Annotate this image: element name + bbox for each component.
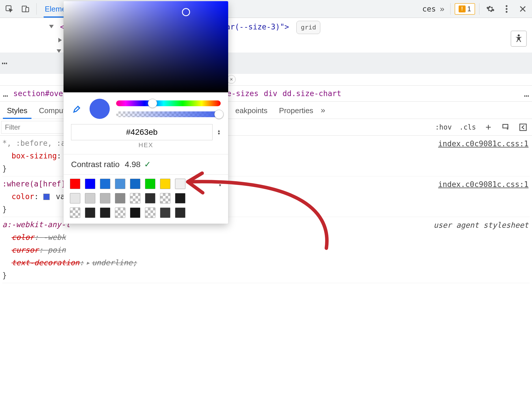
selector[interactable]: *, :before, :af bbox=[2, 139, 70, 147]
hue-slider[interactable] bbox=[116, 100, 221, 106]
svg-rect-7 bbox=[503, 124, 508, 128]
toolbar-separator bbox=[450, 3, 451, 15]
css-property[interactable]: color bbox=[2, 233, 34, 242]
check-icon: ✓ bbox=[144, 160, 151, 169]
tab-breakpoints[interactable]: eakpoints bbox=[230, 103, 273, 119]
palette-swatch[interactable] bbox=[85, 208, 95, 218]
device-toggle-icon[interactable] bbox=[18, 2, 32, 16]
palette-swatch[interactable] bbox=[175, 208, 185, 218]
palette-swatch[interactable] bbox=[160, 193, 170, 203]
palette-swatch[interactable] bbox=[115, 193, 125, 203]
palette-swatch[interactable] bbox=[70, 208, 80, 218]
svg-point-5 bbox=[506, 11, 507, 12]
toolbar-separator bbox=[479, 3, 479, 15]
source-link[interactable]: index.c0c9081c.css:1 bbox=[438, 137, 529, 150]
expand-toggle-icon[interactable] bbox=[49, 25, 54, 28]
issues-counter[interactable]: ! 1 bbox=[455, 3, 475, 15]
new-style-rule-icon[interactable]: + bbox=[483, 122, 493, 132]
tab-properties[interactable]: Properties bbox=[273, 103, 319, 119]
palette-swatch[interactable] bbox=[145, 208, 155, 218]
more-subtabs-chevron-icon[interactable]: » bbox=[319, 106, 327, 115]
panel-tab-sources-peek[interactable]: ces bbox=[422, 5, 436, 13]
palette-swatch[interactable] bbox=[100, 179, 110, 189]
eyedropper-icon[interactable] bbox=[71, 103, 83, 115]
palette-swatch[interactable] bbox=[130, 208, 140, 218]
style-rule[interactable]: user agent stylesheet a:-webkit-any-l co… bbox=[2, 218, 530, 283]
format-spinner-icon[interactable]: ▲▼ bbox=[215, 130, 221, 135]
color-format-label: HEX bbox=[64, 141, 228, 154]
css-value[interactable]: underline; bbox=[92, 258, 137, 267]
svg-rect-8 bbox=[520, 124, 527, 130]
palette-swatch[interactable] bbox=[130, 179, 140, 189]
accessibility-icon[interactable] bbox=[511, 31, 527, 47]
current-color-swatch bbox=[90, 99, 110, 119]
spectrum-cursor[interactable] bbox=[182, 8, 190, 16]
css-property[interactable]: cursor bbox=[2, 246, 39, 254]
color-picker-popover: ▲▼ HEX Contrast ratio 4.98 ✓ ▲▼ bbox=[64, 1, 228, 224]
crumb-item[interactable]: div bbox=[264, 89, 277, 98]
crumb-item[interactable]: section#ove bbox=[13, 89, 63, 98]
ellipsis-icon[interactable]: ⋯ bbox=[2, 58, 66, 69]
issues-count: 1 bbox=[467, 5, 471, 13]
toolbar-separator bbox=[36, 3, 37, 15]
expand-toggle-icon[interactable] bbox=[58, 38, 62, 42]
hov-toggle[interactable]: :hov bbox=[435, 123, 452, 131]
css-value[interactable]: poin bbox=[48, 246, 66, 254]
css-property[interactable]: box-sizing bbox=[2, 152, 57, 160]
crumb-overflow-left-icon[interactable]: … bbox=[3, 89, 8, 99]
palette-swatch[interactable] bbox=[130, 193, 140, 203]
alpha-slider[interactable] bbox=[116, 111, 221, 117]
palette-swatch[interactable] bbox=[115, 208, 125, 218]
inspect-element-icon[interactable] bbox=[2, 2, 16, 16]
palette-swatch[interactable] bbox=[145, 193, 155, 203]
grid-badge[interactable]: grid bbox=[296, 21, 320, 34]
palette-swatch[interactable] bbox=[175, 179, 185, 189]
warning-icon: ! bbox=[459, 5, 466, 12]
svg-point-4 bbox=[506, 8, 507, 10]
palette-swatch[interactable] bbox=[85, 179, 95, 189]
more-tabs-chevron-icon[interactable]: » bbox=[438, 4, 446, 14]
svg-point-6 bbox=[518, 34, 520, 36]
color-spectrum[interactable] bbox=[64, 1, 228, 92]
alpha-slider-knob[interactable] bbox=[214, 110, 224, 119]
contrast-value: 4.98 bbox=[125, 160, 141, 169]
palette-spinner-icon[interactable]: ▲▼ bbox=[218, 181, 222, 186]
palette-swatch[interactable] bbox=[160, 208, 170, 218]
palette-swatch[interactable] bbox=[70, 193, 80, 203]
kebab-menu-icon[interactable] bbox=[500, 2, 514, 16]
computed-toggle-icon[interactable] bbox=[518, 122, 528, 132]
contrast-label: Contrast ratio bbox=[71, 160, 120, 169]
svg-rect-2 bbox=[26, 8, 29, 12]
tab-styles[interactable]: Styles bbox=[1, 103, 33, 119]
palette-swatch[interactable] bbox=[145, 179, 155, 189]
hue-slider-knob[interactable] bbox=[148, 99, 157, 108]
palette-swatch[interactable] bbox=[100, 193, 110, 203]
color-swatch[interactable] bbox=[43, 194, 50, 200]
paint-bucket-icon[interactable] bbox=[501, 122, 511, 132]
contrast-ratio-row[interactable]: Contrast ratio 4.98 ✓ bbox=[64, 154, 228, 175]
crumb-overflow-right-icon[interactable]: … bbox=[524, 89, 529, 99]
palette-swatch[interactable] bbox=[115, 179, 125, 189]
palette-swatch[interactable] bbox=[175, 193, 185, 203]
attr-value: var(--size-3)"> bbox=[221, 23, 289, 31]
selector[interactable]: :where(a[href]) bbox=[2, 180, 70, 188]
cls-toggle[interactable]: .cls bbox=[459, 123, 476, 131]
palette-swatch[interactable] bbox=[160, 179, 170, 189]
close-devtools-icon[interactable] bbox=[516, 2, 530, 16]
palette-swatch[interactable] bbox=[70, 179, 80, 189]
source-link: user agent stylesheet bbox=[434, 219, 529, 231]
source-link[interactable]: index.c0c9081c.css:1 bbox=[438, 178, 529, 191]
crumb-item[interactable]: dd.size-chart bbox=[282, 89, 341, 98]
expand-arrow-icon[interactable]: ▸ bbox=[85, 256, 90, 269]
css-property[interactable]: color bbox=[2, 192, 34, 201]
hex-input[interactable] bbox=[71, 124, 213, 140]
palette-swatch[interactable] bbox=[85, 193, 95, 203]
selector[interactable]: a:-webkit-any-l bbox=[2, 220, 70, 229]
palette-swatch[interactable] bbox=[100, 208, 110, 218]
svg-point-3 bbox=[506, 5, 507, 7]
css-value[interactable]: -webk bbox=[43, 233, 66, 242]
palette-swatches: ▲▼ bbox=[64, 175, 228, 224]
close-pill-icon[interactable]: × bbox=[227, 75, 236, 84]
settings-gear-icon[interactable] bbox=[483, 2, 497, 16]
css-property[interactable]: text-decoration bbox=[2, 258, 79, 267]
